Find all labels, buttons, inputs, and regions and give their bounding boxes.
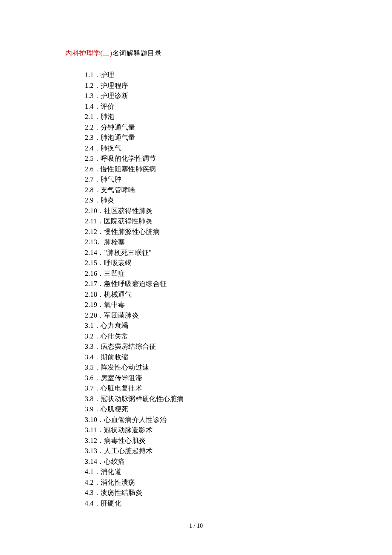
toc-item: 2.1．肺泡 — [85, 112, 392, 122]
document-page: 内科护理学(二)名词解释题目录 1.1．护理1.2．护理程序1.3．护理诊断1.… — [0, 0, 392, 509]
toc-item: 2.20．军团菌肺炎 — [85, 310, 392, 321]
toc-item: 2.16．三凹症 — [85, 269, 392, 279]
toc-item: 3.8．冠状动脉粥样硬化性心脏病 — [85, 394, 392, 405]
toc-item: 3.12．病毒性心肌炎 — [85, 436, 392, 446]
toc-item: 3.4．期前收缩 — [85, 352, 392, 363]
toc-item: 3.2．心律失常 — [85, 331, 392, 342]
toc-item: 3.11．冠状动脉造影术 — [85, 425, 392, 436]
toc-item: 1.1．护理 — [85, 70, 392, 81]
toc-item: 2.7．肺气肿 — [85, 174, 392, 185]
toc-item: 2.8．支气管哮喘 — [85, 185, 392, 196]
toc-item: 1.3．护理诊断 — [85, 91, 392, 101]
title-highlighted: 内科护理学(二) — [65, 49, 112, 57]
toc-item: 1.2．护理程序 — [85, 81, 392, 91]
toc-item: 3.14．心绞痛 — [85, 457, 392, 467]
toc-item: 3.10．心血管病介人性诊治 — [85, 415, 392, 425]
toc-item: 2.18．机械通气 — [85, 289, 392, 300]
toc-item: 2.19．氧中毒 — [85, 300, 392, 310]
toc-item: 2.12．慢性肺源性心脏病 — [85, 227, 392, 237]
toc-item: 2.5．呼吸的化学性调节 — [85, 153, 392, 164]
toc-item: 3.1．心力衰竭 — [85, 321, 392, 331]
toc-item: 3.9．心肌梗死 — [85, 404, 392, 415]
toc-list: 1.1．护理1.2．护理程序1.3．护理诊断1.4．评价2.1．肺泡2.2．分钟… — [65, 70, 392, 509]
page-title: 内科护理学(二)名词解释题目录 — [65, 49, 392, 58]
toc-item: 2.6．慢性阻塞性肺疾病 — [85, 164, 392, 175]
title-rest: 名词解释题目录 — [112, 49, 162, 57]
toc-item: 1.4．评价 — [85, 101, 392, 112]
toc-item: 2.4．肺换气 — [85, 143, 392, 154]
toc-item: 2.11．医院获得性肺炎 — [85, 216, 392, 227]
toc-item: 3.6．房室传导阻滞 — [85, 373, 392, 384]
toc-item: 4.1．消化道 — [85, 467, 392, 477]
toc-item: 3.5．阵发性心动过速 — [85, 362, 392, 373]
page-footer: 1 / 10 — [0, 523, 392, 529]
toc-item: 2.3．肺泡通气量 — [85, 133, 392, 143]
toc-item: 4.3．溃疡性结肠炎 — [85, 488, 392, 498]
toc-item: 4.4．肝硬化 — [85, 498, 392, 509]
toc-item: 2.15．呼吸衰竭 — [85, 258, 392, 269]
toc-item: 2.14．"肺梗死三联征" — [85, 248, 392, 258]
toc-item: 3.3．病态窦房结综合征 — [85, 341, 392, 352]
toc-item: 3.13．人工心脏起搏术 — [85, 446, 392, 457]
toc-item: 4.2．消化性溃疡 — [85, 477, 392, 488]
toc-item: 2.9．肺炎 — [85, 195, 392, 206]
toc-item: 2.13。肺栓塞 — [85, 237, 392, 248]
toc-item: 2.17．急性呼吸窘迫综合征 — [85, 279, 392, 289]
toc-item: 3.7．心脏电复律术 — [85, 383, 392, 394]
toc-item: 2.2．分钟通气量 — [85, 122, 392, 133]
toc-item: 2.10．社区获得性肺炎 — [85, 206, 392, 217]
